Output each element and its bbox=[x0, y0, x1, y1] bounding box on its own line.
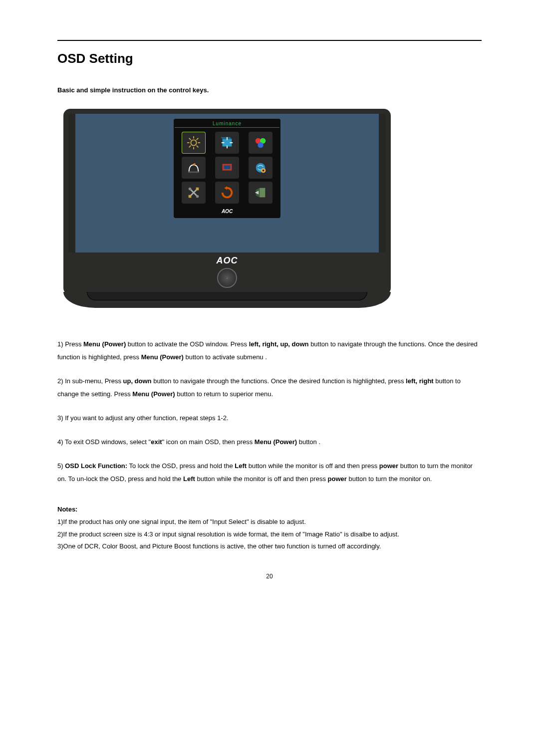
t: " icon on main OSD, then press bbox=[162, 438, 255, 446]
monitor-screen: Luminance bbox=[68, 114, 386, 252]
t: button to navigate through the functions… bbox=[152, 377, 406, 385]
picture-boost-icon bbox=[215, 157, 239, 179]
monitor-body: Luminance bbox=[63, 109, 391, 295]
step-4: 4) To exit OSD windows, select "exit" ic… bbox=[57, 436, 482, 449]
bezel-brand: AOC bbox=[68, 255, 386, 266]
svg-rect-31 bbox=[260, 188, 265, 198]
extra-icon bbox=[182, 182, 206, 204]
note-3: 3)One of DCR, Color Boost, and Picture B… bbox=[57, 540, 482, 553]
t: Menu (Power) bbox=[141, 353, 184, 361]
t: 2) In sub-menu, Press bbox=[57, 377, 123, 385]
t: button to activate the OSD window. Press bbox=[126, 340, 249, 348]
note-2: 2)If the product screen size is 4:3 or i… bbox=[57, 528, 482, 541]
color-temp-icon bbox=[249, 132, 272, 154]
note-1: 1)If the product has only one signal inp… bbox=[57, 516, 482, 528]
t: Left bbox=[183, 475, 195, 483]
t: button to activate submenu . bbox=[184, 353, 267, 361]
svg-point-17 bbox=[258, 142, 263, 148]
svg-point-27 bbox=[196, 195, 199, 198]
image-setup-icon bbox=[215, 132, 239, 154]
power-button-icon: ◦ bbox=[217, 268, 237, 288]
t: exit bbox=[151, 438, 162, 446]
t: Menu (Power) bbox=[255, 438, 297, 446]
step-2: 2) In sub-menu, Press up, down button to… bbox=[57, 375, 482, 401]
t: left, right, up, down bbox=[249, 340, 309, 348]
svg-rect-28 bbox=[196, 188, 199, 191]
monitor-illustration: Luminance bbox=[63, 109, 482, 308]
svg-marker-30 bbox=[224, 186, 227, 190]
t: power bbox=[379, 462, 398, 470]
t: 1) Press bbox=[57, 340, 83, 348]
svg-line-6 bbox=[197, 146, 199, 148]
t: button to turn the monitor on. bbox=[347, 475, 432, 483]
t: button to return to superior menu. bbox=[175, 390, 273, 398]
monitor-stand bbox=[63, 292, 391, 308]
svg-rect-18 bbox=[189, 172, 199, 173]
t: 5) bbox=[57, 462, 65, 470]
osd-title: Luminance bbox=[175, 120, 279, 128]
t: power bbox=[328, 475, 347, 483]
osd-setup-icon bbox=[249, 157, 272, 179]
svg-line-8 bbox=[197, 138, 199, 140]
svg-rect-29 bbox=[189, 195, 192, 198]
t: button . bbox=[297, 438, 320, 446]
osd-panel: Luminance bbox=[174, 119, 280, 218]
t: OSD Lock Function: bbox=[65, 462, 127, 470]
intro-text: Basic and simple instruction on the cont… bbox=[57, 86, 482, 94]
t: button while the monitor is off and then… bbox=[195, 475, 328, 483]
svg-point-23 bbox=[262, 170, 264, 172]
svg-marker-10 bbox=[221, 137, 232, 139]
osd-grid bbox=[175, 128, 279, 208]
notes-heading: Notes: bbox=[57, 505, 482, 513]
t: Menu (Power) bbox=[132, 390, 175, 398]
top-rule bbox=[57, 40, 482, 41]
page-title: OSD Setting bbox=[57, 51, 482, 66]
t: left, right bbox=[406, 377, 434, 385]
luminance-icon bbox=[182, 132, 206, 154]
svg-line-5 bbox=[189, 138, 191, 140]
reset-icon bbox=[215, 182, 239, 204]
t: 4) To exit OSD windows, select " bbox=[57, 438, 151, 446]
t: Menu (Power) bbox=[83, 340, 126, 348]
step-1: 1) Press Menu (Power) button to activate… bbox=[57, 338, 482, 364]
t: button while the monitor is off and then… bbox=[247, 462, 379, 470]
t: To lock the OSD, press and hold the bbox=[127, 462, 235, 470]
t: up, down bbox=[123, 377, 152, 385]
osd-brand: AOC bbox=[175, 208, 279, 215]
color-boost-icon bbox=[182, 157, 206, 179]
t: Left bbox=[235, 462, 247, 470]
svg-rect-20 bbox=[224, 165, 230, 169]
page-number: 20 bbox=[57, 573, 482, 580]
svg-point-26 bbox=[189, 188, 192, 191]
step-5: 5) OSD Lock Function: To lock the OSD, p… bbox=[57, 460, 482, 486]
step-3: 3) If you want to adjust any other funct… bbox=[57, 412, 482, 425]
svg-point-0 bbox=[191, 140, 197, 145]
exit-icon bbox=[249, 182, 272, 204]
svg-line-7 bbox=[189, 146, 191, 148]
